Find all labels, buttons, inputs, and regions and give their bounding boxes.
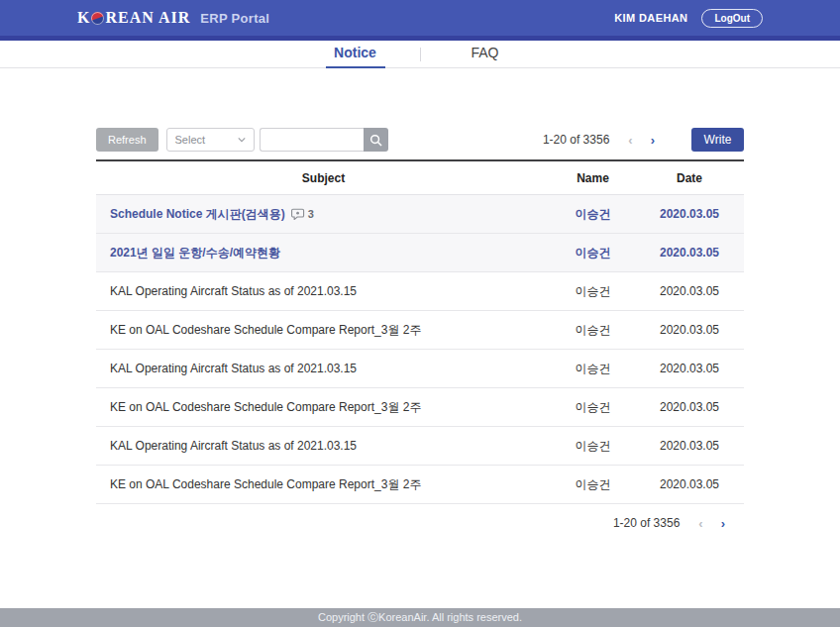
- tab-notice[interactable]: Notice: [291, 41, 420, 68]
- notice-subject-link[interactable]: KE on OAL Codeshare Schedule Compare Rep…: [110, 399, 421, 416]
- search-icon: [369, 134, 382, 147]
- row-author: 이승건: [551, 245, 635, 261]
- row-date: 2020.03.05: [635, 400, 744, 414]
- row-date: 2020.03.05: [635, 207, 744, 221]
- copyright-text: Copyright ⓒKoreanAir. All rights reserve…: [318, 610, 522, 625]
- app-title: ERP Portal: [200, 11, 269, 26]
- table-header-row: Subject Name Date: [96, 161, 744, 195]
- toolbar-left: Refresh Select: [96, 128, 388, 152]
- row-date: 2020.03.05: [635, 439, 744, 453]
- prev-page-button[interactable]: ‹: [689, 517, 711, 530]
- table-row[interactable]: KE on OAL Codeshare Schedule Compare Rep…: [96, 311, 744, 350]
- spacer: [0, 530, 840, 608]
- category-select-value: Select: [175, 134, 206, 146]
- notice-subject-link[interactable]: 2021년 일일 운항/수송/예약현황: [110, 245, 280, 261]
- logout-button[interactable]: LogOut: [701, 9, 763, 28]
- top-pagination: 1-20 of 3356 ‹ ›: [543, 133, 664, 147]
- chevron-down-icon: [238, 136, 246, 144]
- row-author: 이승건: [551, 399, 635, 416]
- row-author: 이승건: [551, 438, 635, 455]
- bottom-pagination: 1-20 of 3356 ‹ ›: [96, 504, 744, 530]
- logo-rest-text: REAN AIR: [105, 9, 190, 27]
- column-header-subject: Subject: [96, 171, 551, 185]
- next-page-button[interactable]: ›: [712, 517, 734, 530]
- notice-table: Subject Name Date Schedule Notice 게시판(검색…: [96, 159, 744, 504]
- row-date: 2020.03.05: [635, 284, 744, 298]
- comment-count: 3: [308, 208, 314, 220]
- toolbar: Refresh Select 1-20 of 3356: [96, 128, 744, 152]
- search-button[interactable]: [364, 128, 388, 152]
- table-row[interactable]: Schedule Notice 게시판(검색용) 3 이승건 2020.03.0…: [96, 195, 744, 234]
- brand: KREAN AIR ERP Portal: [77, 9, 269, 27]
- table-row[interactable]: KAL Operating Aircraft Status as of 2021…: [96, 350, 744, 388]
- notice-subject-link[interactable]: KAL Operating Aircraft Status as of 2021…: [110, 439, 357, 453]
- table-row[interactable]: KE on OAL Codeshare Schedule Compare Rep…: [96, 466, 744, 504]
- tab-bar: Notice FAQ: [0, 41, 840, 68]
- page-footer: Copyright ⓒKoreanAir. All rights reserve…: [0, 608, 840, 627]
- notice-subject-link[interactable]: KAL Operating Aircraft Status as of 2021…: [110, 362, 357, 375]
- row-date: 2020.03.05: [635, 323, 744, 337]
- app-header: KREAN AIR ERP Portal KIM DAEHAN LogOut: [0, 0, 840, 36]
- row-author: 이승건: [551, 476, 635, 493]
- column-header-name: Name: [551, 171, 635, 185]
- table-row[interactable]: KE on OAL Codeshare Schedule Compare Rep…: [96, 388, 744, 427]
- page-range-text: 1-20 of 3356: [613, 516, 680, 530]
- table-row[interactable]: KAL Operating Aircraft Status as of 2021…: [96, 272, 744, 311]
- row-date: 2020.03.05: [635, 246, 744, 260]
- notice-board: Refresh Select 1-20 of 3356: [96, 68, 744, 530]
- search-group: [260, 128, 388, 152]
- row-author: 이승건: [551, 283, 635, 300]
- row-date: 2020.03.05: [635, 362, 744, 375]
- write-button[interactable]: Write: [691, 128, 744, 152]
- row-date: 2020.03.05: [635, 477, 744, 491]
- next-page-button[interactable]: ›: [642, 134, 664, 147]
- comment-indicator: 3: [291, 208, 314, 220]
- user-area: KIM DAEHAN LogOut: [614, 9, 763, 28]
- table-row[interactable]: 2021년 일일 운항/수송/예약현황 이승건 2020.03.05: [96, 234, 744, 272]
- refresh-button[interactable]: Refresh: [96, 128, 158, 152]
- logo-letter-k: K: [77, 9, 90, 27]
- notice-subject-link[interactable]: KE on OAL Codeshare Schedule Compare Rep…: [110, 476, 421, 493]
- user-name: KIM DAEHAN: [614, 12, 687, 24]
- notice-subject-link[interactable]: KE on OAL Codeshare Schedule Compare Rep…: [110, 322, 421, 339]
- taegeuk-icon: [91, 12, 104, 25]
- toolbar-right: 1-20 of 3356 ‹ › Write: [543, 128, 744, 152]
- category-select[interactable]: Select: [166, 128, 255, 152]
- column-header-date: Date: [635, 171, 744, 185]
- search-input[interactable]: [260, 128, 364, 152]
- notice-subject-link[interactable]: KAL Operating Aircraft Status as of 2021…: [110, 284, 357, 298]
- prev-page-button[interactable]: ‹: [619, 134, 641, 147]
- page-range-text: 1-20 of 3356: [543, 133, 609, 147]
- comment-bubble-icon: [291, 208, 305, 220]
- koreanair-logo[interactable]: KREAN AIR: [77, 9, 190, 27]
- table-row[interactable]: KAL Operating Aircraft Status as of 2021…: [96, 427, 744, 466]
- notice-subject-link[interactable]: Schedule Notice 게시판(검색용): [110, 206, 285, 223]
- row-author: 이승건: [551, 361, 635, 377]
- row-author: 이승건: [551, 206, 635, 223]
- row-author: 이승건: [551, 322, 635, 339]
- tab-faq[interactable]: FAQ: [421, 41, 550, 68]
